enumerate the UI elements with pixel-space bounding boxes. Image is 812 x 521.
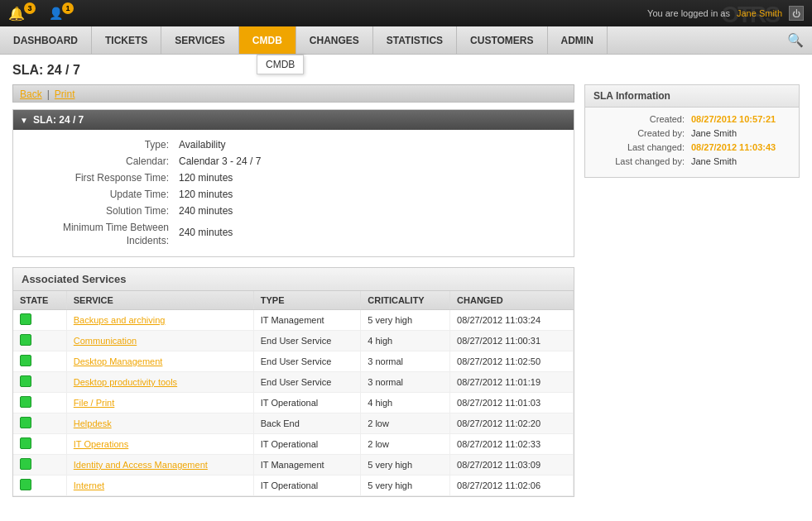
nav-changes[interactable]: CHANGES	[296, 26, 373, 54]
info-last-changed-row: Last changed: 08/27/2012 11:03:43	[593, 142, 790, 152]
service-link[interactable]: Backups and archiving	[74, 315, 166, 325]
cell-changed: 08/27/2012 11:01:03	[450, 393, 574, 413]
cell-state	[13, 331, 66, 351]
sla-calendar-value: Calendar 3 - 24 / 7	[179, 155, 261, 167]
left-panel: Back | Print ▼ SLA: 24 / 7 Type: Availab…	[12, 84, 574, 497]
cell-service[interactable]: Communication	[66, 331, 253, 351]
state-indicator	[20, 313, 31, 325]
username-label: Jane Smith	[737, 8, 782, 18]
info-created-row: Created: 08/27/2012 10:57:21	[593, 114, 790, 124]
cell-criticality: 2 low	[361, 413, 450, 434]
cell-state	[13, 372, 66, 393]
sla-update-label: Update Time:	[13, 189, 179, 200]
service-link[interactable]: IT Operations	[74, 439, 128, 449]
print-link[interactable]: Print	[55, 88, 75, 100]
table-row: Desktop ManagementEnd User Service3 norm…	[13, 351, 574, 372]
main-area: Back | Print ▼ SLA: 24 / 7 Type: Availab…	[12, 84, 800, 497]
service-link[interactable]: Desktop Management	[74, 356, 163, 366]
cell-service[interactable]: Backups and archiving	[66, 310, 253, 331]
tasks-widget[interactable]: 👤 1	[49, 7, 77, 20]
cell-service[interactable]: Internet	[66, 476, 253, 496]
cell-changed: 08/27/2012 11:02:33	[450, 434, 574, 455]
service-link[interactable]: Communication	[74, 336, 137, 346]
cell-service[interactable]: Helpdesk	[66, 413, 253, 434]
cell-service[interactable]: File / Print	[66, 393, 253, 413]
col-type: TYPE	[253, 291, 360, 310]
nav-customers[interactable]: CUSTOMERS	[457, 26, 547, 54]
nav-search[interactable]: 🔍	[779, 26, 812, 54]
tasks-count: 1	[62, 2, 74, 14]
table-row: CommunicationEnd User Service4 high08/27…	[13, 331, 574, 351]
info-last-changed-label: Last changed:	[627, 142, 685, 152]
cell-criticality: 2 low	[361, 434, 450, 455]
nav-statistics[interactable]: STATISTICS	[373, 26, 457, 54]
cell-criticality: 4 high	[361, 331, 450, 351]
cell-service[interactable]: IT Operations	[66, 434, 253, 455]
cell-service[interactable]: Desktop productivity tools	[66, 372, 253, 393]
sla-first-response-label: First Response Time:	[13, 172, 179, 184]
info-created-by-label: Created by:	[637, 128, 685, 138]
state-indicator	[20, 375, 31, 387]
sla-type-label: Type:	[13, 139, 179, 151]
cell-service[interactable]: Identity and Access Management	[66, 455, 253, 476]
cell-changed: 08/27/2012 11:03:24	[450, 310, 574, 331]
sla-solution-value: 240 minutes	[179, 205, 233, 217]
cell-criticality: 5 very high	[361, 455, 450, 476]
cell-changed: 08/27/2012 11:01:19	[450, 372, 574, 393]
sla-type-row: Type: Availability	[13, 136, 574, 153]
sla-header-title: SLA: 24 / 7	[33, 114, 84, 126]
cell-state	[13, 476, 66, 496]
table-row: Backups and archivingIT Management5 very…	[13, 310, 574, 331]
sla-update-row: Update Time: 120 minutes	[13, 186, 574, 203]
sla-type-value: Availability	[179, 139, 225, 151]
back-link[interactable]: Back	[20, 88, 42, 100]
service-link[interactable]: Internet	[74, 480, 104, 490]
cell-criticality: 3 normal	[361, 372, 450, 393]
breadcrumb-links: Back | Print	[13, 85, 574, 103]
service-link[interactable]: File / Print	[74, 398, 115, 408]
sla-info-body: Created: 08/27/2012 10:57:21 Created by:…	[585, 108, 799, 177]
sla-calendar-label: Calendar:	[13, 155, 179, 167]
service-link[interactable]: Desktop productivity tools	[74, 377, 177, 387]
table-row: HelpdeskBack End2 low08/27/2012 11:02:20	[13, 413, 574, 434]
service-link[interactable]: Helpdesk	[74, 418, 112, 428]
table-row: IT OperationsIT Operational2 low08/27/20…	[13, 434, 574, 455]
cell-criticality: 5 very high	[361, 476, 450, 496]
info-last-changed-by-label: Last changed by:	[615, 156, 685, 166]
info-created-by-value: Jane Smith	[691, 128, 790, 138]
info-created-value: 08/27/2012 10:57:21	[691, 114, 790, 124]
alerts-widget[interactable]: 🔔 3	[8, 6, 39, 22]
info-last-changed-by-value: Jane Smith	[691, 156, 790, 166]
assoc-services-header: Associated Services	[13, 268, 574, 291]
state-indicator	[20, 458, 31, 470]
cell-type: Back End	[253, 413, 360, 434]
nav-services[interactable]: SERVICES	[161, 26, 238, 54]
nav-cmdb[interactable]: CMDB	[239, 26, 296, 54]
sla-header[interactable]: ▼ SLA: 24 / 7	[13, 110, 574, 130]
logout-button[interactable]: ⏻	[789, 6, 804, 21]
cell-type: IT Management	[253, 310, 360, 331]
nav-admin[interactable]: ADMIN	[548, 26, 608, 54]
cell-type: IT Operational	[253, 393, 360, 413]
cell-changed: 08/27/2012 11:02:06	[450, 476, 574, 496]
search-button[interactable]: 🔍	[787, 32, 804, 48]
assoc-services: Associated Services STATE SERVICE TYPE C…	[12, 267, 574, 497]
cell-criticality: 3 normal	[361, 351, 450, 372]
service-link[interactable]: Identity and Access Management	[74, 460, 208, 470]
top-bar-left: 🔔 3 👤 1	[8, 6, 77, 22]
col-state: STATE	[13, 291, 66, 310]
sla-solution-label: Solution Time:	[13, 205, 179, 217]
cell-state	[13, 351, 66, 372]
sla-update-value: 120 minutes	[179, 189, 233, 200]
cell-service[interactable]: Desktop Management	[66, 351, 253, 372]
sla-min-time-row: Minimum Time Between Incidents: 240 minu…	[13, 219, 574, 250]
col-criticality: CRITICALITY	[361, 291, 450, 310]
cell-state	[13, 310, 66, 331]
nav-tickets[interactable]: TICKETS	[92, 26, 161, 54]
person-icon: 👤	[49, 7, 63, 20]
cell-changed: 08/27/2012 11:00:31	[450, 331, 574, 351]
cell-changed: 08/27/2012 11:03:09	[450, 455, 574, 476]
breadcrumb-bar: Back | Print	[12, 84, 574, 103]
sla-min-time-value: 240 minutes	[179, 222, 233, 247]
nav-dashboard[interactable]: DASHBOARD	[0, 26, 92, 54]
